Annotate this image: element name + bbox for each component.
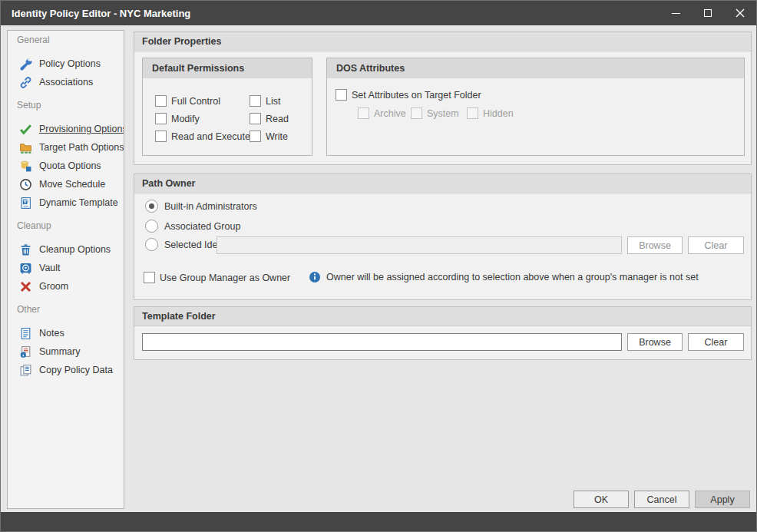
main-content: Folder Properties Default Permissions Fu… (134, 31, 752, 514)
template-folder-input[interactable] (142, 333, 622, 351)
vault-icon (18, 261, 32, 275)
list-checkbox[interactable] (250, 95, 261, 107)
minimize-icon (672, 13, 680, 14)
template-folder-header: Template Folder (134, 307, 751, 326)
built-in-administrators-radio[interactable] (145, 200, 158, 213)
checkbox-row-use-group-manager: Use Group Manager as Owner (144, 272, 290, 283)
cancel-button[interactable]: Cancel (634, 491, 689, 508)
checkbox-row-set-attributes: Set Attributes on Target Folder (336, 89, 481, 101)
sidebar-item-label: Quota Options (39, 160, 101, 171)
apply-button[interactable]: Apply (695, 491, 750, 508)
folder-properties-panel: Folder Properties Default Permissions Fu… (134, 31, 752, 165)
checkbox-row-system: System (411, 107, 459, 119)
path-owner-panel: Path Owner Built-in Administrators Assoc… (134, 173, 752, 300)
identity-clear-button[interactable]: Clear (688, 236, 744, 254)
system-checkbox (411, 107, 422, 119)
info-icon (309, 271, 321, 283)
sidebar-item-label: Notes (39, 328, 64, 339)
associated-group-radio[interactable] (145, 220, 158, 233)
modify-checkbox[interactable] (155, 113, 167, 124)
sidebar-section-setup: Setup (8, 96, 124, 114)
checkbox-label: Full Control (171, 96, 220, 107)
sidebar-item-cleanup-options[interactable]: Cleanup Options (8, 240, 124, 259)
radio-label: Associated Group (164, 221, 240, 232)
path-owner-header: Path Owner (134, 174, 751, 193)
checkbox-row-full-control: Full Control (155, 95, 220, 107)
checkbox-label: Read and Execute (171, 131, 250, 142)
default-permissions-header: Default Permissions (143, 58, 312, 78)
selected-identity-input[interactable] (217, 236, 622, 254)
folder-path-icon (18, 140, 32, 154)
sidebar-item-label: Dynamic Template (39, 197, 118, 208)
sidebar-item-groom[interactable]: Groom (8, 277, 124, 296)
sidebar-item-label: Policy Options (39, 58, 101, 69)
checkbox-label: Set Attributes on Target Folder (352, 90, 481, 101)
sidebar-item-label: Move Schedule (39, 179, 105, 190)
checkbox-label: System (427, 108, 459, 119)
identity-browse-button[interactable]: Browse (627, 236, 683, 254)
sidebar-item-target-path-options[interactable]: Target Path Options (8, 138, 124, 157)
use-group-manager-checkbox[interactable] (144, 272, 155, 283)
sidebar-item-policy-options[interactable]: Policy Options (8, 55, 124, 73)
radio-label: Built-in Administrators (164, 201, 257, 212)
sidebar-item-label: Groom (39, 281, 68, 292)
checkbox-label: Write (266, 131, 288, 142)
copy-icon (18, 363, 32, 377)
read-and-execute-checkbox[interactable] (155, 131, 167, 142)
checkbox-label: Use Group Manager as Owner (160, 273, 290, 283)
sidebar: General Policy Options Associations Setu… (7, 30, 124, 509)
hidden-checkbox (467, 107, 478, 119)
write-checkbox[interactable] (250, 131, 261, 142)
sidebar-item-associations[interactable]: Associations (8, 73, 124, 91)
close-button[interactable] (724, 1, 756, 25)
checkbox-row-read: Read (250, 113, 289, 124)
bottom-status-bar (1, 512, 756, 531)
checkbox-row-hidden: Hidden (467, 107, 514, 119)
sidebar-item-move-schedule[interactable]: Move Schedule (8, 175, 124, 193)
notes-icon (18, 326, 32, 340)
owner-info-row: Owner will be assigned according to sele… (309, 271, 699, 283)
sidebar-item-label: Summary (39, 346, 80, 357)
dos-attributes-header: DOS Attributes (327, 58, 744, 78)
checkbox-label: List (266, 96, 280, 107)
radio-row-built-in-administrators: Built-in Administrators (145, 200, 257, 213)
checkbox-row-archive: Archive (358, 107, 406, 119)
dos-attributes-group: DOS Attributes Set Attributes on Target … (326, 58, 745, 156)
sidebar-item-label: Associations (39, 77, 93, 88)
selected-identity-radio[interactable] (145, 238, 158, 251)
minimize-button[interactable] (659, 1, 692, 25)
summary-icon (18, 345, 32, 359)
sidebar-item-notes[interactable]: Notes (8, 324, 124, 342)
default-permissions-group: Default Permissions Full Control Modify … (142, 58, 312, 156)
maximize-button[interactable] (692, 1, 724, 25)
radio-row-associated-group: Associated Group (145, 220, 240, 233)
checkbox-row-list: List (250, 95, 280, 107)
sidebar-item-dynamic-template[interactable]: Dynamic Template (8, 193, 124, 212)
wrench-icon (18, 57, 32, 71)
full-control-checkbox[interactable] (155, 95, 167, 107)
template-browse-button[interactable]: Browse (627, 333, 683, 351)
checkmark-icon (18, 122, 32, 136)
sidebar-item-quota-options[interactable]: Quota Options (8, 157, 124, 175)
set-attributes-checkbox[interactable] (336, 89, 347, 101)
sidebar-item-summary[interactable]: Summary (8, 342, 124, 361)
sidebar-item-label: Vault (39, 263, 61, 273)
template-clear-button[interactable]: Clear (688, 333, 744, 351)
sidebar-item-provisioning-options[interactable]: Provisioning Options (8, 120, 124, 138)
checkbox-row-read-and-execute: Read and Execute (155, 131, 250, 142)
maximize-icon (704, 9, 712, 17)
checkbox-label: Archive (374, 108, 406, 119)
template-icon (18, 196, 32, 210)
ok-button[interactable]: OK (574, 491, 629, 508)
trash-icon (18, 243, 32, 256)
checkbox-label: Hidden (483, 108, 514, 119)
archive-checkbox (358, 107, 369, 119)
sidebar-item-label: Copy Policy Data (39, 365, 113, 375)
sidebar-section-other: Other (8, 300, 124, 319)
sidebar-item-copy-policy-data[interactable]: Copy Policy Data (8, 361, 124, 379)
sidebar-item-label: Target Path Options (39, 142, 124, 153)
red-x-icon (18, 279, 32, 293)
checkbox-label: Modify (171, 114, 200, 124)
read-checkbox[interactable] (250, 113, 261, 124)
sidebar-item-vault[interactable]: Vault (8, 259, 124, 277)
